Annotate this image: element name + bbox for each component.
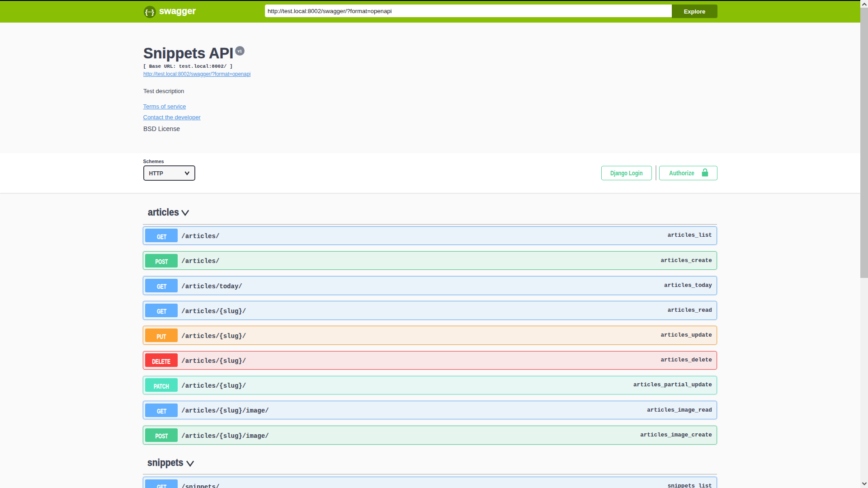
svg-text:{: {: [145, 8, 148, 16]
svg-text:}: }: [151, 8, 154, 16]
